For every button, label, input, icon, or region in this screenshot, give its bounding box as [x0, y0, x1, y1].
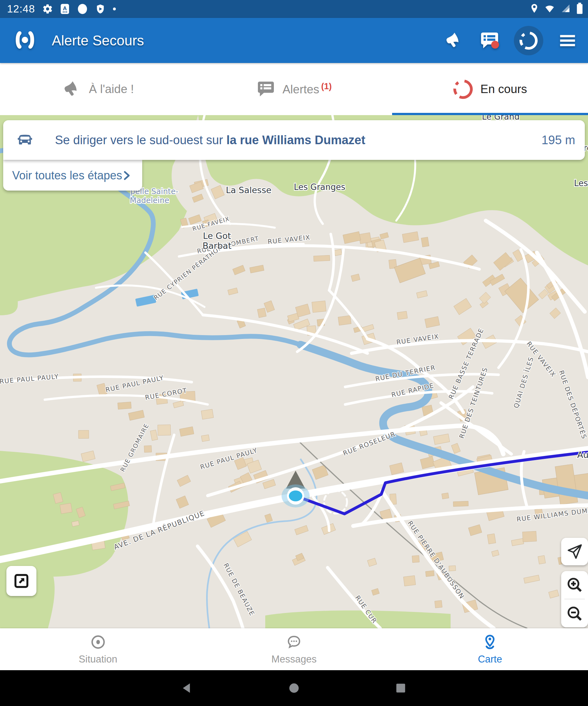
open-external-button[interactable]: [6, 566, 36, 596]
radio-waves-logo: [13, 29, 37, 53]
navigate-icon: [566, 543, 583, 560]
nav-item-situation[interactable]: Situation: [0, 628, 196, 670]
tab-label: En cours: [480, 82, 527, 96]
a-box-icon: A: [60, 3, 70, 14]
active-tab-indicator: [392, 113, 588, 115]
place-label: Barbat: [203, 241, 232, 251]
chat-dots-icon: [286, 634, 302, 651]
bottom-navigation: Situation Messages Carte: [0, 628, 588, 670]
chat-list-icon[interactable]: [478, 29, 501, 52]
tab-alertes[interactable]: Alertes(1): [196, 63, 392, 115]
tab-label: Alertes(1): [283, 82, 332, 96]
zoom-in-button[interactable]: [561, 572, 588, 598]
zoom-out-icon: [565, 605, 584, 623]
distance-to-step: 195 m: [541, 133, 575, 147]
zoom-in-icon: [565, 576, 584, 594]
gear-icon: [42, 3, 53, 14]
nav-label: Carte: [478, 654, 502, 665]
home-icon[interactable]: [287, 681, 301, 695]
recents-icon[interactable]: [394, 681, 408, 695]
map-pin-icon: [481, 634, 498, 651]
megaphone-icon[interactable]: [442, 29, 465, 52]
place-label: Le Got: [203, 231, 231, 241]
chat-list-icon: [256, 80, 276, 99]
instruction-text: Se diriger vers le sud-ouest sur la rue …: [55, 133, 365, 147]
megaphone-icon: [61, 78, 83, 100]
tab-a-laide[interactable]: À l'aide !: [0, 63, 196, 115]
navigation-instruction-card[interactable]: Se diriger vers le sud-ouest sur la rue …: [3, 120, 585, 160]
place-label: La Salesse: [226, 185, 271, 195]
tab-label: À l'aide !: [89, 82, 134, 96]
location-icon: [529, 3, 539, 15]
app-bar: Alerte Secours: [0, 18, 588, 63]
recenter-button[interactable]: [561, 538, 588, 565]
place-label: Les: [574, 179, 588, 188]
tab-bar: À l'aide ! Alertes(1) En cours: [0, 63, 588, 115]
place-label: Au: [577, 450, 588, 460]
tab-en-cours[interactable]: En cours: [392, 63, 588, 115]
place-label: Les Granges: [294, 182, 345, 192]
nav-item-carte[interactable]: Carte: [392, 628, 588, 670]
status-bar: 12:48 A: [0, 0, 588, 18]
progress-circle-icon: [453, 79, 473, 100]
cell-signal-icon: [560, 3, 572, 15]
nav-label: Messages: [271, 654, 317, 665]
battery-icon: [576, 2, 584, 16]
all-steps-label: Voir toutes les étapes: [12, 169, 122, 182]
map[interactable]: RUE FAVEIXRUE POULOMBERTRUE VAVEIXRUE CY…: [0, 115, 588, 628]
back-icon[interactable]: [180, 681, 194, 695]
target-icon: [90, 634, 107, 651]
record-circle-icon: [77, 3, 88, 15]
car-icon: [15, 130, 35, 150]
nav-item-messages[interactable]: Messages: [196, 628, 392, 670]
place-label: Madeleine: [130, 196, 169, 205]
alert-count-badge: (1): [321, 82, 332, 91]
zoom-controls: [561, 571, 588, 627]
wifi-icon: [544, 3, 555, 15]
zoom-out-button[interactable]: [561, 600, 588, 627]
all-steps-button[interactable]: Voir toutes les étapes: [3, 160, 142, 191]
progress-circle-icon[interactable]: [514, 26, 543, 55]
android-navigation-bar: [0, 670, 588, 706]
divider: [564, 599, 585, 599]
notification-dot: [113, 7, 116, 11]
clock: 12:48: [7, 3, 35, 15]
nav-label: Situation: [79, 654, 117, 665]
menu-icon[interactable]: [556, 29, 579, 52]
chevron-right-icon: [121, 170, 132, 181]
instruction-road: la rue Williams Dumazet: [226, 133, 365, 147]
app-title: Alerte Secours: [52, 33, 144, 49]
shield-play-icon: [95, 3, 106, 14]
svg-text:A: A: [62, 5, 67, 11]
open-external-icon: [12, 572, 30, 590]
